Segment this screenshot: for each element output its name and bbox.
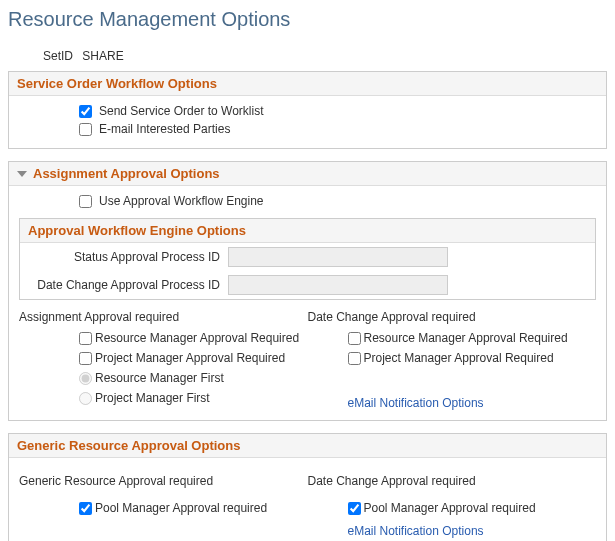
checkbox-use-engine[interactable]	[79, 195, 92, 208]
label-use-engine: Use Approval Workflow Engine	[99, 194, 264, 208]
subsection-engine-options: Approval Workflow Engine Options Status …	[19, 218, 596, 300]
section-header-service-order: Service Order Workflow Options	[9, 72, 606, 96]
label-left-pm-required: Project Manager Approval Required	[95, 351, 285, 365]
page-title: Resource Management Options	[8, 8, 607, 31]
label-pm-first: Project Manager First	[95, 391, 210, 405]
setid-row: SetID SHARE	[8, 49, 607, 63]
input-date-process-id[interactable]	[228, 275, 448, 295]
checkbox-generic-right-pool[interactable]	[348, 502, 361, 515]
section-generic-approval: Generic Resource Approval Options Generi…	[8, 433, 607, 541]
heading-assignment-right: Date Change Approval required	[308, 308, 597, 328]
checkbox-generic-left-pool[interactable]	[79, 502, 92, 515]
section-service-order: Service Order Workflow Options Send Serv…	[8, 71, 607, 149]
section-title-assignment: Assignment Approval Options	[33, 166, 220, 181]
checkbox-right-pm-required[interactable]	[348, 352, 361, 365]
checkbox-right-rm-required[interactable]	[348, 332, 361, 345]
checkbox-left-rm-required[interactable]	[79, 332, 92, 345]
assignment-columns: Assignment Approval required Resource Ma…	[19, 308, 596, 410]
label-generic-right-pool: Pool Manager Approval required	[364, 501, 536, 515]
section-header-generic: Generic Resource Approval Options	[9, 434, 606, 458]
section-body-service-order: Send Service Order to Worklist E-mail In…	[9, 96, 606, 148]
radio-rm-first[interactable]	[79, 372, 92, 385]
setid-label: SetID	[43, 49, 73, 63]
heading-generic-left: Generic Resource Approval required	[19, 472, 308, 492]
generic-columns: Generic Resource Approval required Pool …	[19, 472, 596, 538]
link-email-notification-assignment[interactable]: eMail Notification Options	[308, 390, 484, 410]
generic-col-right: Date Change Approval required Pool Manag…	[308, 472, 597, 538]
subsection-header-engine: Approval Workflow Engine Options	[20, 219, 595, 243]
input-status-process-id[interactable]	[228, 247, 448, 267]
section-assignment-approval: Assignment Approval Options Use Approval…	[8, 161, 607, 421]
label-left-rm-required: Resource Manager Approval Required	[95, 331, 299, 345]
label-rm-first: Resource Manager First	[95, 371, 224, 385]
section-header-assignment[interactable]: Assignment Approval Options	[9, 162, 606, 186]
checkbox-send-worklist[interactable]	[79, 105, 92, 118]
assignment-col-left: Assignment Approval required Resource Ma…	[19, 308, 308, 410]
label-right-rm-required: Resource Manager Approval Required	[364, 331, 568, 345]
label-right-pm-required: Project Manager Approval Required	[364, 351, 554, 365]
checkbox-left-pm-required[interactable]	[79, 352, 92, 365]
generic-col-left: Generic Resource Approval required Pool …	[19, 472, 308, 538]
label-status-process-id: Status Approval Process ID	[28, 250, 228, 264]
section-title-generic: Generic Resource Approval Options	[17, 438, 240, 453]
heading-generic-right: Date Change Approval required	[308, 472, 597, 492]
heading-assignment-left: Assignment Approval required	[19, 308, 308, 328]
section-body-generic: Generic Resource Approval required Pool …	[9, 458, 606, 541]
assignment-col-right: Date Change Approval required Resource M…	[308, 308, 597, 410]
section-title-service-order: Service Order Workflow Options	[17, 76, 217, 91]
radio-pm-first[interactable]	[79, 392, 92, 405]
link-email-notification-generic[interactable]: eMail Notification Options	[308, 518, 484, 538]
label-date-process-id: Date Change Approval Process ID	[28, 278, 228, 292]
section-body-assignment: Use Approval Workflow Engine Approval Wo…	[9, 186, 606, 420]
chevron-down-icon	[17, 171, 27, 177]
label-send-worklist: Send Service Order to Worklist	[99, 104, 264, 118]
label-generic-left-pool: Pool Manager Approval required	[95, 501, 267, 515]
label-email-parties: E-mail Interested Parties	[99, 122, 230, 136]
setid-value: SHARE	[82, 49, 123, 63]
checkbox-email-parties[interactable]	[79, 123, 92, 136]
